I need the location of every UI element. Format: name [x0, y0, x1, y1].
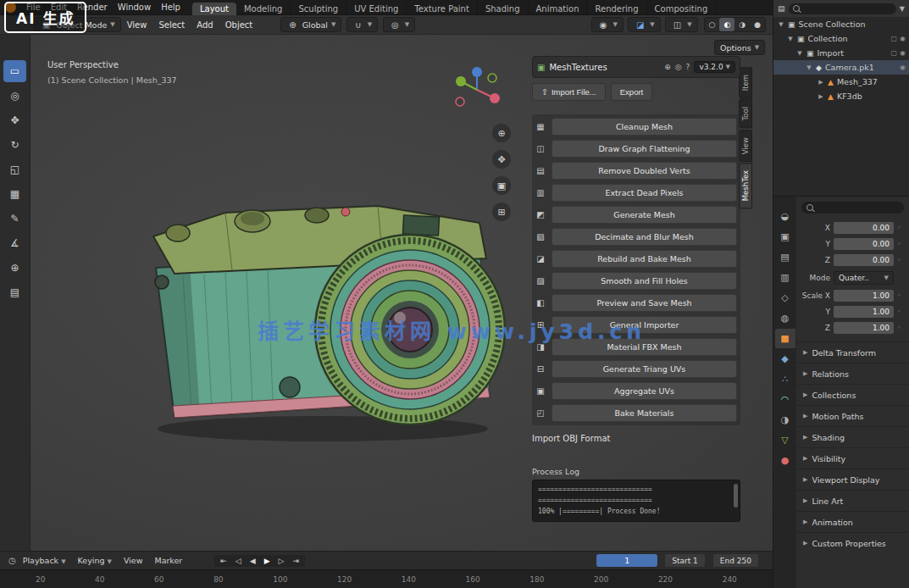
outliner-row-kf3db[interactable]: ▶ ▲ KF3db	[773, 89, 909, 103]
jump-to-start-button[interactable]: ⇤	[217, 556, 230, 566]
workspace-tab-sculpting[interactable]: Sculpting	[291, 3, 346, 15]
properties-section-header[interactable]: ▶ Animation	[796, 511, 909, 532]
menu-help[interactable]: Help	[156, 3, 186, 12]
menu-object[interactable]: Object	[219, 20, 259, 30]
jump-to-end-button[interactable]: ⇥	[290, 556, 303, 566]
material-shading-button[interactable]: ◑	[734, 18, 750, 31]
version-dropdown[interactable]: v3.2.0 ▼	[694, 61, 735, 73]
addon-operator-button[interactable]: Preview and Save Mesh	[551, 294, 737, 312]
object-data-tab[interactable]: ▽	[775, 430, 795, 450]
transform-tool-button[interactable]: ▦	[3, 183, 26, 205]
overlays-dropdown[interactable]: ◫ ▼	[665, 17, 698, 32]
options-dropdown[interactable]: Options ▼	[714, 40, 765, 55]
lock-icon[interactable]: ◦	[897, 308, 904, 315]
import-file-button[interactable]: ⇧ Import File...	[532, 83, 606, 101]
properties-section-header[interactable]: ▶ Delta Transform	[796, 341, 909, 363]
render-tab[interactable]: ▣	[775, 227, 795, 247]
addon-operator-button[interactable]: Remove Doubled Verts	[551, 162, 737, 180]
solid-shading-button[interactable]: ◐	[719, 18, 734, 31]
scale-z-field[interactable]: 1.00	[834, 322, 894, 334]
camera-3d-model[interactable]	[124, 170, 513, 450]
scale-x-field[interactable]: 1.00	[834, 290, 894, 302]
particles-tab[interactable]: ∴	[775, 369, 795, 389]
filter-icon[interactable]: ▼	[900, 5, 905, 13]
menu-select[interactable]: Select	[152, 20, 191, 30]
lock-icon[interactable]: ◦	[897, 224, 904, 231]
workspace-tab-texture-paint[interactable]: Texture Paint	[407, 3, 478, 15]
settings-icon[interactable]: ◎	[675, 63, 682, 71]
scale-tool-button[interactable]: ◱	[3, 158, 26, 180]
zoom-button[interactable]: ⊕	[492, 124, 511, 142]
lock-icon[interactable]: ◦	[897, 324, 904, 331]
sidebar-tab-item[interactable]: Item	[739, 67, 752, 98]
location-y-field[interactable]: 0.00	[834, 238, 894, 250]
gizmo-y-axis[interactable]	[456, 76, 466, 86]
menu-add[interactable]: Add	[191, 20, 219, 30]
addon-operator-button[interactable]: Extract Dead Pixels	[551, 184, 737, 202]
frame-start-field[interactable]: Start 1	[664, 553, 706, 568]
wireframe-shading-button[interactable]: ○	[705, 18, 720, 31]
lock-icon[interactable]: ◦	[897, 291, 904, 299]
gizmo-x-axis[interactable]	[490, 93, 500, 103]
outliner-search-input[interactable]	[789, 3, 896, 14]
addon-operator-button[interactable]: Bake Materials	[551, 404, 737, 422]
view-layer-tab[interactable]: ▥	[775, 268, 795, 287]
play-button[interactable]: ▶	[261, 556, 274, 566]
properties-section-header[interactable]: ▶ Custom Properties	[796, 532, 909, 553]
camera-view-button[interactable]: ▣	[492, 176, 511, 195]
outliner-row-scene-collection[interactable]: ▼ ▣ Scene Collection	[773, 17, 909, 31]
workspace-tab-uv-editing[interactable]: UV Editing	[346, 3, 407, 15]
addon-operator-button[interactable]: Draw Graph Flattening	[551, 140, 737, 158]
material-tab[interactable]: ●	[775, 451, 795, 470]
extra-tool-button[interactable]: ▤	[3, 281, 26, 303]
properties-section-header[interactable]: ▶ Collections	[796, 384, 909, 405]
navigation-gizmo[interactable]	[450, 64, 504, 114]
view-menu[interactable]: View	[119, 556, 148, 565]
frame-end-field[interactable]: End 250	[712, 553, 759, 568]
scale-y-field[interactable]: 1.00	[834, 306, 894, 318]
addon-operator-button[interactable]: Aggregate UVs	[551, 382, 737, 400]
log-scrollbar[interactable]	[734, 484, 738, 508]
menu-window[interactable]: Window	[113, 3, 156, 12]
pan-button[interactable]: ✥	[492, 150, 511, 169]
gizmo-y-axis-negative[interactable]	[488, 74, 496, 82]
outliner-editor-icon[interactable]: ▤	[778, 4, 785, 13]
snap-toggle[interactable]: ∪ ▼	[346, 17, 378, 32]
box-select-tool-button[interactable]: ▭	[3, 60, 26, 82]
addon-operator-button[interactable]: Generate Mesh	[551, 206, 737, 224]
current-frame-field[interactable]: 1	[596, 554, 657, 567]
location-z-field[interactable]: 0.00	[834, 254, 894, 266]
menu-view[interactable]: View	[121, 20, 153, 30]
physics-tab[interactable]: ◠	[775, 390, 795, 409]
outliner-row-import[interactable]: ▼ ▣ Import ▢◉	[773, 46, 909, 60]
playback-menu[interactable]: Playback ▼	[18, 556, 71, 565]
addon-operator-button[interactable]: Smooth and Fill Holes	[551, 272, 737, 290]
properties-search-input[interactable]	[801, 202, 904, 214]
timeline-ruler[interactable]: 20406080100120140160180200220240	[0, 569, 773, 588]
transform-orientation-dropdown[interactable]: ⊕ Global ▼	[280, 17, 341, 32]
sidebar-tab-meshtex[interactable]: MeshTex	[739, 163, 752, 208]
properties-section-header[interactable]: ▶ Shading	[796, 426, 909, 447]
gizmos-dropdown[interactable]: ◪ ▼	[628, 17, 661, 32]
object-tab[interactable]: ■	[775, 329, 795, 348]
outliner-row-camera[interactable]: ▼ ◆ Camera.pk1 ◉	[773, 60, 909, 75]
properties-section-header[interactable]: ▶ Line Art	[796, 490, 909, 511]
checkbox-icon[interactable]: ▢	[890, 49, 897, 57]
gizmo-x-axis-negative[interactable]	[456, 97, 464, 106]
eye-icon[interactable]: ◉	[900, 49, 906, 57]
help-icon[interactable]: ?	[686, 63, 690, 71]
add-primitive-tool-button[interactable]: ⊕	[3, 257, 26, 279]
rotate-tool-button[interactable]: ↻	[3, 134, 26, 156]
modifiers-tab[interactable]: ◆	[775, 349, 795, 369]
keying-menu[interactable]: Keying ▼	[73, 556, 117, 565]
move-tool-button[interactable]: ✥	[3, 109, 26, 131]
lock-icon[interactable]: ◦	[897, 256, 904, 263]
timeline-editor-icon[interactable]: ◷	[8, 556, 16, 565]
eye-icon[interactable]: ◉	[900, 64, 906, 71]
workspace-tab-rendering[interactable]: Rendering	[587, 3, 646, 15]
previous-keyframe-button[interactable]: ◁	[232, 556, 245, 566]
cursor-tool-button[interactable]: ◎	[3, 85, 26, 107]
proportional-edit-toggle[interactable]: ◎ ▼	[383, 17, 415, 32]
addon-operator-button[interactable]: Cleanup Mesh	[551, 118, 737, 136]
gizmo-z-axis[interactable]	[472, 67, 482, 77]
